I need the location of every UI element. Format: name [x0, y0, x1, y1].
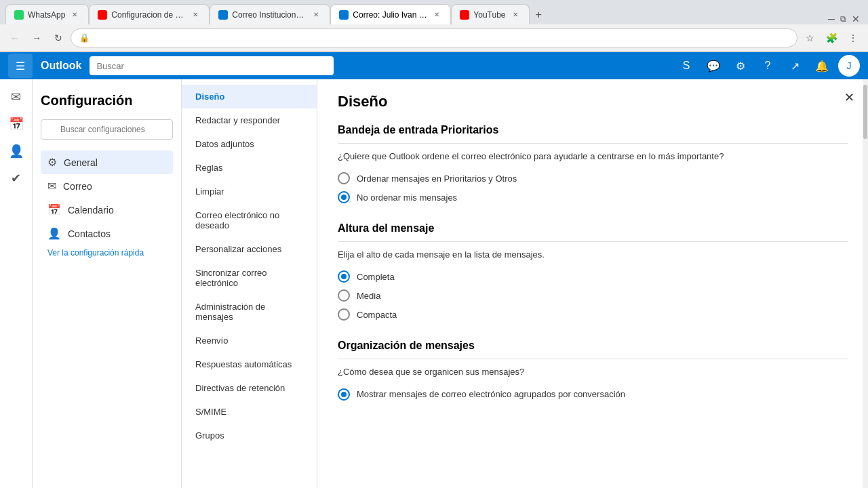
new-tab-button[interactable]: +: [530, 5, 549, 24]
radio-no-ordenar-label: No ordenar mis mensajes: [357, 192, 457, 203]
settings-nav-general[interactable]: ⚙ General: [41, 150, 173, 174]
address-input[interactable]: outlook.office.com/mail/options/mail/lay…: [94, 33, 789, 43]
section-organizacion-title: Organización de mensajes: [338, 340, 848, 359]
submenu-administracion[interactable]: Administración de mensajes: [182, 295, 317, 329]
user-avatar[interactable]: J: [838, 55, 860, 77]
tab-label-correo1: Correo Institucional | Ministerio...: [232, 10, 307, 20]
nav-mail-button[interactable]: ✉: [4, 85, 28, 109]
submenu-reenvio[interactable]: Reenvío: [182, 329, 317, 352]
nav-contacts-button[interactable]: 👤: [4, 139, 28, 163]
radio-media-circle[interactable]: [338, 289, 350, 302]
outlook-search-bar[interactable]: [90, 56, 334, 75]
radio-compacta[interactable]: Compacta: [338, 308, 848, 321]
browser-actions: ☆ 🧩 ⋮: [800, 28, 863, 47]
tab-configuracion[interactable]: Configuracion de zona horario... ✕: [89, 4, 210, 24]
outlook-search-input[interactable]: [90, 56, 334, 75]
submenu-respuestas[interactable]: Respuestas automáticas: [182, 352, 317, 376]
submenu-no-deseado[interactable]: Correo electrónico no deseado: [182, 203, 317, 237]
submenu-personalizar[interactable]: Personalizar acciones: [182, 237, 317, 261]
radio-completa-circle[interactable]: [338, 270, 350, 283]
settings-nav-calendario[interactable]: 📅 Calendario: [41, 198, 173, 222]
nav-tasks-button[interactable]: ✔: [4, 166, 28, 190]
submenu-smime[interactable]: S/MIME: [182, 400, 317, 424]
submenu-limpiar[interactable]: Limpiar: [182, 180, 317, 203]
share-icon-button[interactable]: ↗: [784, 55, 806, 77]
radio-compacta-label: Compacta: [357, 310, 397, 320]
submenu-reglas[interactable]: Reglas: [182, 156, 317, 180]
hamburger-button[interactable]: ☰: [8, 54, 33, 78]
submenu-sincronizar[interactable]: Sincronizar correo electrónico: [182, 261, 317, 295]
tab-close-configuracion[interactable]: ✕: [190, 9, 201, 20]
tab-bar: WhatsApp ✕ Configuracion de zona horario…: [0, 0, 868, 24]
tab-close-whatsapp[interactable]: ✕: [69, 9, 80, 20]
scrollbar-thumb[interactable]: [863, 85, 867, 139]
tab-label-correo2: Correo: Julio Ivan Marin Sanch...: [353, 10, 427, 20]
radio-agrupados-circle[interactable]: [338, 388, 350, 401]
radio-agrupados[interactable]: Mostrar mensajes de correo electrónico a…: [338, 388, 848, 401]
settings-nav-contactos[interactable]: 👤 Contactos: [41, 222, 173, 245]
teams-icon-button[interactable]: 💬: [703, 55, 724, 77]
settings-main-content: Diseño ✕ Bandeja de entrada Prioritarios…: [317, 79, 868, 488]
submenu-diseno[interactable]: Diseño: [182, 85, 317, 108]
outlook-toolbar: ☰ Outlook S 💬 ⚙ ? ↗ 🔔 J: [0, 52, 868, 79]
settings-container: Configuración 🔍 ⚙ General ✉ Correo 📅 Cal…: [33, 79, 868, 488]
submenu-grupos[interactable]: Grupos: [182, 424, 317, 447]
radio-ordenar[interactable]: Ordenar mensajes en Prioritarios y Otros: [338, 172, 848, 184]
radio-media-label: Media: [357, 291, 380, 301]
bookmark-button[interactable]: ☆: [800, 28, 819, 47]
close-window-button[interactable]: ✕: [852, 14, 860, 24]
submenu-datos[interactable]: Datos adjuntos: [182, 132, 317, 156]
skype-icon-button[interactable]: S: [675, 55, 697, 77]
help-icon-button[interactable]: ?: [757, 55, 778, 77]
main-layout: ✉ 📅 👤 ✔ Configuración 🔍 ⚙ General ✉ Corr…: [0, 79, 868, 488]
tab-close-youtube[interactable]: ✕: [510, 9, 521, 20]
radio-completa-label: Completa: [357, 272, 395, 282]
tab-youtube[interactable]: YouTube ✕: [451, 4, 529, 24]
section-bandeja-desc: ¿Quiere que Outlook ordene el correo ele…: [338, 150, 848, 163]
section-altura-desc: Elija el alto de cada mensaje en la list…: [338, 249, 848, 261]
settings-search-wrap: 🔍: [41, 119, 173, 140]
tab-favicon-whatsapp: [14, 10, 24, 20]
submenu-directivas[interactable]: Directivas de retención: [182, 376, 317, 400]
general-icon: ⚙: [47, 156, 57, 169]
radio-no-ordenar[interactable]: No ordenar mis mensajes: [338, 191, 848, 203]
quick-link[interactable]: Ver la configuración rápida: [41, 245, 173, 260]
section-altura: Altura del mensaje Elija el alto de cada…: [338, 222, 848, 321]
tab-favicon-correo2: [339, 10, 349, 20]
menu-button[interactable]: ⋮: [844, 28, 863, 47]
nav-calendar-button[interactable]: 📅: [4, 112, 28, 136]
browser-chrome: WhatsApp ✕ Configuracion de zona horario…: [0, 0, 868, 52]
settings-nav-correo[interactable]: ✉ Correo: [41, 174, 173, 198]
contactos-icon: 👤: [47, 227, 61, 240]
tab-label-whatsapp: WhatsApp: [28, 10, 65, 20]
restore-button[interactable]: ⧉: [840, 14, 846, 24]
tab-correo1[interactable]: Correo Institucional | Ministerio... ✕: [210, 4, 330, 24]
settings-main-title: Diseño: [338, 93, 848, 110]
extensions-button[interactable]: 🧩: [822, 28, 841, 47]
settings-icon-button[interactable]: ⚙: [730, 55, 751, 77]
radio-compacta-circle[interactable]: [338, 308, 350, 321]
minimize-button[interactable]: ─: [828, 14, 835, 24]
notification-icon-button[interactable]: 🔔: [811, 55, 833, 77]
back-button[interactable]: ←: [5, 28, 24, 47]
radio-completa[interactable]: Completa: [338, 270, 848, 283]
tab-close-correo2[interactable]: ✕: [431, 9, 442, 20]
settings-search-input[interactable]: [41, 119, 173, 140]
outlook-toolbar-icons: S 💬 ⚙ ? ↗ 🔔 J: [675, 55, 860, 77]
radio-media[interactable]: Media: [338, 289, 848, 302]
forward-button[interactable]: →: [27, 28, 46, 47]
radio-ordenar-circle[interactable]: [338, 172, 350, 184]
submenu-redactar[interactable]: Redactar y responder: [182, 108, 317, 132]
settings-nav-correo-label: Correo: [63, 181, 92, 192]
reload-button[interactable]: ↻: [49, 28, 68, 47]
tab-whatsapp[interactable]: WhatsApp ✕: [5, 4, 89, 24]
tab-close-correo1[interactable]: ✕: [311, 9, 321, 20]
settings-nav-calendario-label: Calendario: [68, 205, 114, 216]
radio-no-ordenar-circle[interactable]: [338, 191, 350, 203]
scrollbar-track[interactable]: [863, 79, 868, 488]
tab-correo2[interactable]: Correo: Julio Ivan Marin Sanch... ✕: [330, 4, 451, 24]
radio-ordenar-label: Ordenar mensajes en Prioritarios y Otros: [357, 174, 517, 184]
section-organizacion: Organización de mensajes ¿Cómo desea que…: [338, 340, 848, 400]
close-settings-button[interactable]: ✕: [844, 90, 854, 105]
address-bar[interactable]: 🔒 outlook.office.com/mail/options/mail/l…: [71, 28, 797, 47]
